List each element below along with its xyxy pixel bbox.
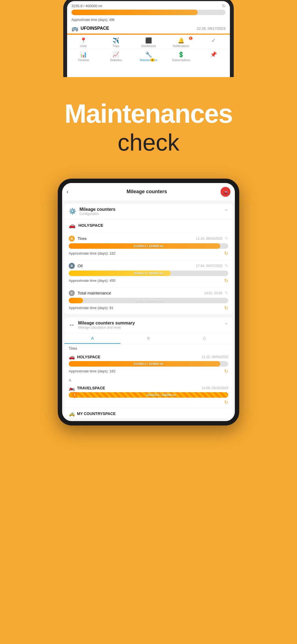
tab-trips[interactable]: ✈️ Trips — [100, 35, 132, 49]
summary-holyspace-progress-label: 212060.2 / 224000 mi — [134, 362, 163, 365]
units-icon: 📍 — [80, 37, 87, 44]
geofences-icon: ⬛ — [145, 37, 152, 44]
summary-holyspace-progress: 212060.2 / 224000 mi — [69, 361, 228, 367]
trips-icon: ✈️ — [112, 37, 119, 44]
maintenance-badge: ● — [150, 58, 155, 62]
oil-header: B Oil 17:44, 04/07/2023 ✎ — [69, 263, 228, 269]
section1-chevron[interactable]: ⌃ — [224, 208, 228, 214]
section1-icon: ⚙️ — [69, 208, 76, 215]
summary-holyspace-refresh-button[interactable]: ↻ — [224, 368, 228, 374]
tab-geofences-label: Geofences — [141, 44, 156, 48]
summary-tab-a[interactable]: A — [64, 333, 120, 344]
oil-progress-label: 358461.9 / 560000 mi — [134, 272, 163, 275]
nav-tabs-row1: 📍 Units ✈️ Trips ⬛ Geofences 🔔 1 Notific… — [67, 35, 230, 49]
summary-travelspace-progress-label: 155029.4 / 100000 mi — [147, 393, 176, 397]
summary-section: ↔️ Mileage counters summary Mileage calc… — [64, 317, 233, 418]
back-button[interactable]: ‹ — [67, 188, 68, 195]
section1-title: Mileage counters — [79, 207, 224, 212]
car-avatar: 🚗 — [221, 187, 230, 197]
summary-vehicle-holyspace: 🚗 HOLYSPACE 11:10, 08/04/2023 212060.2 /… — [64, 352, 233, 376]
tires-header: A Tires 11:10, 08/04/2023 ✎ — [69, 236, 228, 242]
tires-refresh-button[interactable]: ↻ — [224, 250, 228, 256]
section2-title-block: Mileage counters summary Mileage calcula… — [78, 321, 224, 329]
mileage-counters-section: ⚙️ Mileage counters Configuration ⌃ 🚗 HO… — [64, 204, 233, 315]
page-title: Mileage counters — [73, 189, 221, 195]
notifications-icon: 🔔 — [178, 37, 185, 44]
tab-timeline-label: Timeline — [78, 58, 89, 62]
summary-holyspace-name: HOLYSPACE — [77, 355, 202, 359]
summary-tab-label: Tires — [64, 344, 233, 352]
vehicle-row: 🚌 UFOINSPACE 22:28, 09/17/2023 — [67, 23, 230, 34]
summary-travelspace-icon: 🏍️ — [69, 385, 75, 391]
vehicle-holyspace: 🚗 HOLYSPACE — [64, 219, 233, 233]
total-days: Approximate time (days): 81 — [69, 306, 114, 310]
summary-vehicle-countryspace: 🚕 MY COUNTRYSPACE — [64, 408, 233, 418]
section2-chevron[interactable]: ⌃ — [224, 322, 228, 328]
subscriptions-icon: 💲 — [178, 51, 185, 58]
summary-travelspace-time: 14:08, 03/16/2023 — [202, 386, 228, 390]
headline-section: Maintenances check — [0, 77, 297, 179]
summary-travelspace-progress: ! 155029.4 / 100000 mi — [69, 392, 228, 398]
vehicle-icon: 🚌 — [72, 25, 78, 32]
summary-vehicle-travelspace: 🏍️ TRAVELSPACE 14:08, 03/16/2023 ! 15502… — [64, 383, 233, 408]
tab-units[interactable]: 📍 Units — [67, 35, 100, 49]
section2-title: Mileage counters summary — [78, 321, 224, 326]
main-title: Maintenances — [11, 99, 286, 128]
tab-statistics[interactable]: 📈 Statistics — [100, 49, 132, 63]
top-approx-days: Approximate time (days): 496 — [67, 18, 230, 23]
top-progress-fill — [72, 10, 198, 15]
summary-tab-b[interactable]: B — [120, 333, 177, 344]
tab-subscriptions-label: Subscriptions — [172, 58, 190, 62]
summary-travelspace-refresh-button[interactable]: ↻ — [224, 399, 228, 405]
vehicle-name: UFOINSPACE — [81, 26, 197, 31]
summary-label-a: A — [64, 376, 233, 383]
tires-name: Tires — [78, 236, 196, 241]
section1-header[interactable]: ⚙️ Mileage counters Configuration ⌃ — [64, 204, 233, 219]
tab-geofences[interactable]: ⬛ Geofences — [132, 35, 165, 49]
more-icon: ✓ — [211, 37, 216, 44]
tab-notifications-label: Notifications — [173, 44, 189, 48]
mileage-row: 3235.8 / 400000 mi ↻ — [67, 1, 230, 10]
timeline-icon: 📊 — [80, 51, 87, 58]
tab-subscriptions[interactable]: 💲 Subscriptions — [165, 49, 197, 63]
oil-edit-icon[interactable]: ✎ — [225, 263, 228, 268]
oil-refresh-button[interactable]: ↻ — [224, 278, 228, 284]
summary-tabs: A B C — [64, 333, 233, 344]
tab-more[interactable]: ✓ — [197, 35, 230, 49]
summary-travelspace-name: TRAVELSPACE — [77, 386, 202, 390]
tires-edit-icon[interactable]: ✎ — [225, 236, 228, 241]
bottom-phone: ‹ Mileage counters 🚗 ⚙️ Mileage counters… — [58, 179, 239, 425]
tab-trips-label: Trips — [113, 44, 119, 48]
total-time: 14:01, 01/16 — [204, 291, 222, 295]
nav-tabs-row2: 📊 Timeline 📈 Statistics 🔧 Maintenance ● … — [67, 49, 230, 63]
refresh-icon[interactable]: ↻ — [222, 3, 226, 9]
oil-time: 17:44, 04/07/2023 — [196, 264, 222, 268]
tab-statistics-label: Statistics — [110, 58, 122, 62]
top-progress-bar — [72, 10, 226, 15]
total-name: Total maintenance — [78, 291, 204, 295]
tires-days: Approximate time (days): 182 — [69, 251, 116, 255]
maint-item-total: C Total maintenance 14:01, 01/16 ✎ 8762.… — [64, 287, 233, 315]
maint-item-oil: B Oil 17:44, 04/07/2023 ✎ 358461.9 / 560… — [64, 260, 233, 287]
total-refresh-button[interactable]: ↻ — [224, 305, 228, 311]
tab-timeline[interactable]: 📊 Timeline — [67, 49, 100, 63]
total-progress: 8762.8 / 100000 mi — [69, 298, 228, 303]
tires-badge: A — [69, 236, 75, 242]
mileage-text: 3235.8 / 400000 mi — [72, 4, 102, 8]
notification-badge: 1 — [189, 37, 193, 40]
top-phone: 3235.8 / 400000 mi ↻ Approximate time (d… — [63, 0, 234, 77]
tab-notifications[interactable]: 🔔 1 Notifications — [165, 35, 197, 49]
summary-travelspace-name-row: 🏍️ TRAVELSPACE 14:08, 03/16/2023 — [69, 385, 228, 391]
oil-progress: 358461.9 / 560000 mi — [69, 271, 228, 276]
section2-header[interactable]: ↔️ Mileage counters summary Mileage calc… — [64, 317, 233, 333]
travelspace-warning-icon: ! — [72, 392, 78, 398]
summary-holyspace-name-row: 🚗 HOLYSPACE 11:10, 08/04/2023 — [69, 354, 228, 360]
holyspace-name: HOLYSPACE — [78, 223, 103, 228]
total-edit-icon[interactable]: ✎ — [225, 290, 228, 296]
holyspace-icon: 🚗 — [69, 222, 76, 229]
total-badge: C — [69, 290, 75, 296]
tab-maintenance[interactable]: 🔧 Maintenance ● — [132, 49, 165, 63]
summary-tab-c[interactable]: C — [177, 333, 233, 344]
tires-progress-label: 212060.2 / 224000 mi — [134, 244, 163, 248]
tab-pin[interactable]: 📌 — [197, 49, 230, 63]
